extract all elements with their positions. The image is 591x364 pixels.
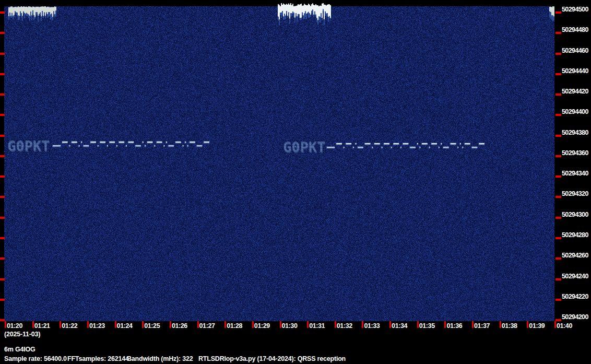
time-tick-01:36 bbox=[444, 321, 446, 328]
time-label-01:21: 01:21 bbox=[34, 322, 50, 330]
freq-tick-left-50294340 bbox=[0, 175, 5, 178]
time-tick-01:27 bbox=[197, 321, 199, 328]
time-label-01:33: 01:33 bbox=[364, 322, 380, 330]
time-tick-01:32 bbox=[335, 321, 336, 328]
freq-tick-right-50294200 bbox=[555, 319, 561, 321]
freq-label-50294460: 50294460 bbox=[562, 47, 588, 54]
freq-tick-left-50294280 bbox=[0, 237, 5, 239]
freq-label-50294220: 50294220 bbox=[562, 293, 588, 300]
qrss-grabber-screen: 5029450050294480502944605029444050294420… bbox=[0, 0, 591, 364]
time-tick-01:22 bbox=[60, 321, 61, 328]
freq-tick-right-50294220 bbox=[555, 299, 561, 301]
time-label-01:32: 01:32 bbox=[337, 322, 352, 330]
time-tick-01:23 bbox=[87, 321, 89, 328]
time-label-01:34: 01:34 bbox=[392, 322, 407, 330]
time-tick-01:34 bbox=[389, 321, 391, 328]
time-tick-01:31 bbox=[307, 321, 309, 328]
time-tick-01:40 bbox=[554, 321, 556, 328]
freq-label-50294400: 50294400 bbox=[562, 108, 588, 115]
freq-tick-right-50294360 bbox=[555, 155, 561, 157]
time-label-01:20: 01:20 bbox=[7, 322, 22, 330]
freq-label-50294420: 50294420 bbox=[562, 88, 588, 95]
time-label-01:36: 01:36 bbox=[446, 322, 462, 330]
freq-label-50294320: 50294320 bbox=[562, 190, 588, 197]
time-label-01:22: 01:22 bbox=[62, 322, 77, 330]
time-label-01:35: 01:35 bbox=[419, 322, 435, 330]
freq-label-50294300: 50294300 bbox=[562, 211, 588, 218]
freq-label-50294360: 50294360 bbox=[562, 149, 588, 157]
freq-tick-right-50294380 bbox=[555, 135, 561, 137]
time-label-01:24: 01:24 bbox=[117, 322, 133, 330]
time-label-01:37: 01:37 bbox=[474, 322, 490, 330]
fft-samples-label: FFTsamples: 262144 bbox=[67, 355, 129, 362]
time-tick-01:29 bbox=[252, 321, 254, 328]
time-label-01:25: 01:25 bbox=[144, 322, 160, 330]
freq-tick-left-50294440 bbox=[0, 73, 5, 75]
time-label-01:23: 01:23 bbox=[89, 322, 105, 330]
freq-label-50294200: 50294200 bbox=[562, 313, 588, 321]
freq-label-50294380: 50294380 bbox=[562, 129, 588, 136]
time-label-01:38: 01:38 bbox=[502, 322, 517, 330]
freq-tick-right-50294340 bbox=[555, 175, 561, 178]
date-label: (2025-11-03) bbox=[4, 331, 40, 338]
sample-rate-label: Sample rate: 56400.0 bbox=[4, 355, 67, 362]
freq-tick-left-50294300 bbox=[0, 217, 5, 219]
time-tick-01:21 bbox=[32, 321, 34, 328]
freq-label-50294340: 50294340 bbox=[562, 170, 588, 177]
time-tick-01:20 bbox=[5, 321, 6, 328]
program-version-label: RTLSDRlop-v3a.py (17-04-2024): QRSS rece… bbox=[198, 355, 346, 362]
freq-tick-left-50294420 bbox=[0, 93, 5, 96]
time-tick-01:33 bbox=[362, 321, 363, 328]
band-station-label: 6m G4IOG bbox=[4, 346, 36, 353]
time-label-01:29: 01:29 bbox=[254, 322, 270, 330]
freq-tick-right-50294260 bbox=[555, 257, 561, 260]
freq-tick-right-50294500 bbox=[555, 11, 561, 14]
time-label-01:30: 01:30 bbox=[282, 322, 298, 330]
freq-tick-right-50294420 bbox=[555, 93, 561, 96]
time-tick-01:35 bbox=[417, 321, 419, 328]
time-label-01:26: 01:26 bbox=[172, 322, 187, 330]
freq-tick-right-50294240 bbox=[555, 278, 561, 280]
freq-tick-right-50294460 bbox=[555, 53, 561, 55]
spectrogram-waterfall bbox=[4, 0, 554, 321]
freq-tick-left-50294200 bbox=[0, 319, 5, 321]
time-tick-01:30 bbox=[280, 321, 281, 328]
freq-tick-right-50294440 bbox=[555, 73, 561, 75]
time-tick-01:37 bbox=[472, 321, 474, 328]
time-label-01:27: 01:27 bbox=[199, 322, 215, 330]
time-tick-01:28 bbox=[224, 321, 226, 328]
freq-label-50294260: 50294260 bbox=[562, 252, 588, 259]
freq-tick-right-50294320 bbox=[555, 196, 561, 198]
freq-tick-left-50294380 bbox=[0, 135, 5, 137]
time-label-01:40: 01:40 bbox=[557, 322, 572, 330]
freq-tick-left-50294320 bbox=[0, 196, 5, 198]
freq-tick-left-50294460 bbox=[0, 53, 5, 55]
freq-tick-right-50294400 bbox=[555, 114, 561, 116]
time-tick-01:24 bbox=[115, 321, 116, 328]
freq-tick-right-50294300 bbox=[555, 217, 561, 219]
freq-tick-left-50294480 bbox=[0, 32, 5, 34]
freq-tick-right-50294280 bbox=[555, 237, 561, 239]
bandwidth-label: Bandwidth (mHz): 322 bbox=[127, 355, 193, 362]
freq-tick-right-50294480 bbox=[555, 32, 561, 34]
freq-tick-left-50294260 bbox=[0, 257, 5, 260]
freq-label-50294480: 50294480 bbox=[562, 26, 588, 33]
time-label-01:39: 01:39 bbox=[529, 322, 545, 330]
freq-tick-left-50294360 bbox=[0, 155, 5, 157]
freq-label-50294280: 50294280 bbox=[562, 231, 588, 239]
time-tick-01:38 bbox=[500, 321, 501, 328]
freq-label-50294440: 50294440 bbox=[562, 67, 588, 75]
time-tick-01:26 bbox=[170, 321, 171, 328]
time-tick-01:25 bbox=[142, 321, 144, 328]
freq-tick-left-50294240 bbox=[0, 278, 5, 280]
time-tick-01:39 bbox=[527, 321, 528, 328]
time-label-01:31: 01:31 bbox=[309, 322, 325, 330]
freq-tick-left-50294220 bbox=[0, 299, 5, 301]
freq-tick-left-50294500 bbox=[0, 11, 5, 14]
time-label-01:28: 01:28 bbox=[227, 322, 242, 330]
freq-tick-left-50294400 bbox=[0, 114, 5, 116]
freq-label-50294500: 50294500 bbox=[562, 6, 588, 13]
freq-label-50294240: 50294240 bbox=[562, 273, 588, 280]
